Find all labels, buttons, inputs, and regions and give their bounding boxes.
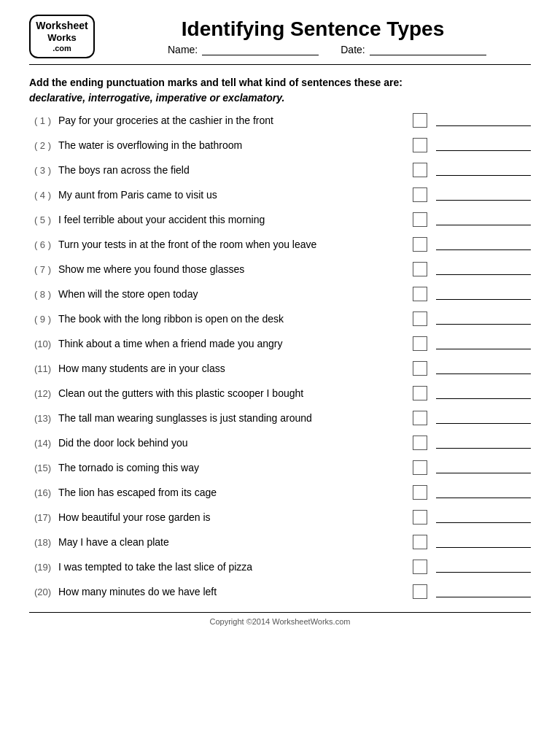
sentence-text: May I have a clean plate [58, 536, 408, 548]
sentence-text: I feel terrible about your accident this… [58, 214, 408, 225]
sentence-number: ( 9 ) [29, 314, 55, 325]
punctuation-box[interactable] [413, 336, 427, 351]
sentence-number: ( 1 ) [29, 115, 55, 126]
sentence-text: The tall man wearing sunglasses is just … [58, 412, 408, 424]
answer-line[interactable] [436, 164, 531, 176]
answer-line[interactable] [436, 561, 531, 573]
answer-line[interactable] [436, 239, 531, 250]
answer-line[interactable] [436, 387, 531, 399]
logo-line3: .com [52, 44, 71, 53]
punctuation-box[interactable] [413, 386, 427, 400]
punctuation-box[interactable] [413, 237, 427, 252]
sentence-item: ( 4 )My aunt from Paris came to visit us [29, 187, 531, 202]
name-input-line[interactable] [202, 44, 319, 55]
sentence-item: (20)How many minutes do we have left [29, 584, 531, 599]
sentence-number: (11) [29, 363, 55, 374]
punctuation-box[interactable] [413, 113, 427, 128]
answer-line[interactable] [436, 263, 531, 275]
sentence-number: ( 5 ) [29, 214, 55, 225]
sentence-item: (15)The tornado is coming this way [29, 460, 531, 475]
sentence-text: Turn your tests in at the front of the r… [58, 239, 408, 250]
name-field: Name: [168, 44, 319, 55]
sentence-text: Did the door lock behind you [58, 437, 408, 449]
punctuation-box[interactable] [413, 411, 427, 425]
sentence-number: ( 8 ) [29, 289, 55, 300]
answer-line[interactable] [436, 536, 531, 548]
sentence-text: The book with the long ribbon is open on… [58, 313, 408, 325]
punctuation-box[interactable] [413, 187, 427, 202]
punctuation-box[interactable] [413, 311, 427, 326]
name-date-row: Name: Date: [95, 44, 531, 55]
sentence-text: My aunt from Paris came to visit us [58, 189, 408, 201]
sentence-text: Pay for your groceries at the cashier in… [58, 115, 408, 126]
punctuation-box[interactable] [413, 212, 427, 227]
answer-line[interactable] [436, 487, 531, 498]
instructions: Add the ending punctuation marks and tel… [29, 75, 531, 106]
sentence-item: ( 9 )The book with the long ribbon is op… [29, 311, 531, 326]
answer-line[interactable] [436, 288, 531, 300]
sentence-item: (13)The tall man wearing sunglasses is j… [29, 411, 531, 425]
sentence-number: (19) [29, 562, 55, 573]
sentence-text: The boys ran across the field [58, 164, 408, 176]
sentence-item: (17)How beautiful your rose garden is [29, 510, 531, 525]
sentence-number: (15) [29, 462, 55, 473]
sentence-text: I was tempted to take the last slice of … [58, 561, 408, 573]
punctuation-box[interactable] [413, 163, 427, 177]
date-input-line[interactable] [370, 44, 486, 55]
sentence-number: ( 4 ) [29, 190, 55, 201]
punctuation-box[interactable] [413, 262, 427, 276]
answer-line[interactable] [436, 437, 531, 449]
punctuation-box[interactable] [413, 535, 427, 549]
answer-line[interactable] [436, 214, 531, 225]
page-header: Worksheet Works .com Identifying Sentenc… [29, 15, 531, 58]
sentence-item: (18)May I have a clean plate [29, 535, 531, 549]
sentence-text: The water is overflowing in the bathroom [58, 139, 408, 151]
punctuation-box[interactable] [413, 560, 427, 574]
header-divider [29, 64, 531, 65]
sentence-text: How many minutes do we have left [58, 586, 408, 597]
sentence-text: Show me where you found those glasses [58, 263, 408, 275]
sentence-number: (16) [29, 487, 55, 498]
punctuation-box[interactable] [413, 287, 427, 301]
sentence-item: ( 8 )When will the store open today [29, 287, 531, 301]
answer-line[interactable] [436, 412, 531, 424]
answer-line[interactable] [436, 363, 531, 374]
sentence-text: When will the store open today [58, 288, 408, 300]
sentence-text: The tornado is coming this way [58, 462, 408, 473]
date-field: Date: [341, 44, 486, 55]
punctuation-box[interactable] [413, 436, 427, 450]
footer: Copyright ©2014 WorksheetWorks.com [29, 612, 531, 626]
answer-line[interactable] [436, 511, 531, 523]
sentence-text: How many students are in your class [58, 363, 408, 374]
sentence-number: ( 3 ) [29, 165, 55, 176]
sentence-text: Clean out the gutters with this plastic … [58, 387, 408, 399]
sentence-number: (13) [29, 413, 55, 424]
instructions-line2: declarative, interrogative, imperative o… [29, 92, 284, 104]
sentence-item: ( 3 )The boys ran across the field [29, 163, 531, 177]
sentence-number: (12) [29, 388, 55, 399]
punctuation-box[interactable] [413, 460, 427, 475]
page-title: Identifying Sentence Types [95, 18, 531, 41]
sentence-number: (10) [29, 338, 55, 349]
answer-line[interactable] [436, 586, 531, 597]
sentence-item: (14)Did the door lock behind you [29, 436, 531, 450]
sentence-item: ( 1 )Pay for your groceries at the cashi… [29, 113, 531, 128]
name-label: Name: [168, 44, 198, 55]
answer-line[interactable] [436, 189, 531, 201]
punctuation-box[interactable] [413, 361, 427, 376]
punctuation-box[interactable] [413, 584, 427, 599]
sentence-list: ( 1 )Pay for your groceries at the cashi… [29, 113, 531, 599]
punctuation-box[interactable] [413, 138, 427, 152]
answer-line[interactable] [436, 338, 531, 349]
sentence-item: (12)Clean out the gutters with this plas… [29, 386, 531, 400]
sentence-item: (10)Think about a time when a friend mad… [29, 336, 531, 351]
answer-line[interactable] [436, 139, 531, 151]
punctuation-box[interactable] [413, 510, 427, 525]
answer-line[interactable] [436, 462, 531, 473]
sentence-number: (18) [29, 537, 55, 548]
answer-line[interactable] [436, 313, 531, 325]
copyright: Copyright ©2014 WorksheetWorks.com [210, 617, 351, 626]
sentence-text: How beautiful your rose garden is [58, 511, 408, 523]
punctuation-box[interactable] [413, 485, 427, 500]
answer-line[interactable] [436, 115, 531, 126]
